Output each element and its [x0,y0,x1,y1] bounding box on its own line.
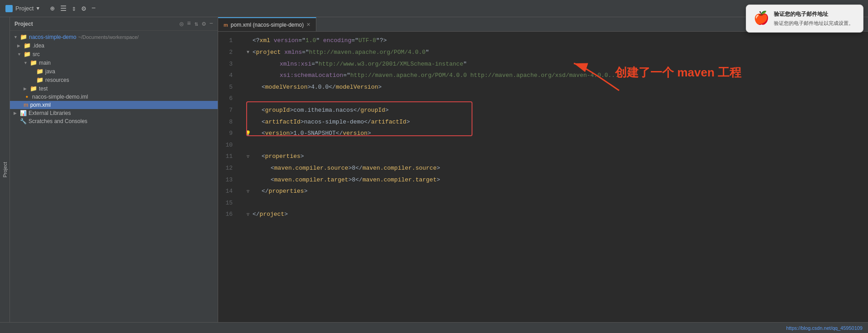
tree-item-java[interactable]: 📁 java [10,67,218,76]
code-content[interactable]: <?xml version="1.0" encoding="UTF-8"?> ▼… [240,32,868,322]
line-num-13: 13 [218,174,236,186]
code-line-8: <artifactId>nacos-simple-demo</artifactI… [243,116,868,128]
tree-item-root[interactable]: ▼ 📁 nacos-simple-demo ~/Documents/worker… [10,33,218,41]
title-bar: Project ▼ ⊕ ☰ ⇕ ⚙ − [0,0,868,17]
scratch-icon: 🔧 [20,118,27,124]
line-num-5: 5 [218,81,236,93]
code-line-4: xsi:schemaLocation="http://maven.apache.… [243,70,868,82]
project-tab-label[interactable]: Project [0,17,10,322]
code-line-14: ▽ </properties> [243,186,868,198]
folder-main-icon: 📁 [30,59,37,66]
line-num-2: 2 [218,47,236,59]
tab-pom-icon: m [224,22,228,28]
tab-close-icon[interactable]: ✕ [306,22,310,28]
folder-test-icon: 📁 [30,85,37,92]
expand-all-icon[interactable]: ⇅ [195,20,198,28]
arrow-main: ▼ [24,61,28,65]
apple-icon: 🍎 [754,10,769,26]
notification-content: 验证您的电子邮件地址 验证您的电子邮件地址以完成设置。 [774,10,854,27]
sidebar-header-icons: ◎ ≡ ⇅ ⚙ − [180,20,213,28]
tree-item-iml[interactable]: 🔸 nacos-simple-demo.iml [10,93,218,101]
code-line-15 [243,197,868,209]
line-num-7: 7 [218,105,236,117]
arrow-src: ▼ [17,52,22,57]
code-line-9: 💡 <version>1.0-SNAPSHOT</version> [243,128,868,140]
locate-icon[interactable]: ◎ [180,20,183,28]
code-line-12: <maven.compiler.source>8</maven.compiler… [243,163,868,175]
footer-link[interactable]: https://blog.csdn.net/qq_45950109 [786,325,863,331]
footer: https://blog.csdn.net/qq_45950109 [0,322,868,333]
line-num-1: 1 [218,35,236,47]
code-line-16: ▽ </project> [243,209,868,221]
notification-popup: 🍎 验证您的电子邮件地址 验证您的电子邮件地址以完成设置。 [746,5,863,33]
root-path: ~/Documents/workerspace/ [78,34,139,40]
label-resources: resources [45,77,69,83]
line-numbers: 1 2 3 4 5 6 7 8 9 10 11 12 13 14 15 16 [218,32,240,322]
minimize-icon[interactable]: − [91,5,96,13]
code-line-7: <groupId>com.itheima.nacos</groupId> [243,105,868,117]
project-icon [5,5,13,12]
file-tree: ▼ 📁 nacos-simple-demo ~/Documents/worker… [10,31,218,322]
line-num-3: 3 [218,58,236,70]
code-line-5: <modelVersion>4.0.0</modelVersion> [243,81,868,93]
line-num-16: 16 [218,209,236,221]
settings-sidebar-icon[interactable]: ⚙ [202,20,205,28]
expand-icon[interactable]: ⇕ [72,4,76,13]
code-editor: 1 2 3 4 5 6 7 8 9 10 11 12 13 14 15 16 [218,32,868,322]
sync-icon[interactable]: ⊕ [50,4,55,13]
tree-item-resources[interactable]: 📁 resources [10,76,218,84]
folder-java-icon: 📁 [36,68,43,75]
code-line-13: <maven.compiler.target>8</maven.compiler… [243,174,868,186]
editor-area: m pom.xml (nacos-simple-demo) ✕ 1 2 3 4 … [218,17,868,322]
arrow-ext-lib: ▶ [14,111,18,115]
close-sidebar-icon[interactable]: − [210,20,213,28]
tree-item-scratches[interactable]: 🔧 Scratches and Consoles [10,117,218,125]
line-num-9: 9 [218,128,236,140]
iml-icon: 🔸 [24,94,30,100]
folder-src-icon: 📁 [24,51,31,57]
code-line-10 [243,139,868,151]
tab-pom[interactable]: m pom.xml (nacos-simple-demo) ✕ [218,17,316,31]
sidebar-title: Project [14,21,176,27]
code-line-11: ▽ <properties> [243,151,868,163]
tree-item-pom[interactable]: m pom.xml [10,101,218,109]
tree-item-src[interactable]: ▼ 📁 src [10,50,218,58]
label-scratches: Scratches and Consoles [29,118,87,124]
settings-icon[interactable]: ⚙ [81,4,86,13]
notification-title: 验证您的电子邮件地址 [774,10,854,18]
title-bar-icons: ⊕ ☰ ⇕ ⚙ − [50,4,96,13]
sidebar: Project ◎ ≡ ⇅ ⚙ − ▼ 📁 nacos-simple-demo … [10,17,218,322]
arrow-root: ▼ [14,35,18,39]
label-ext-lib: External Libraries [29,110,71,116]
main-layout: Project Project ◎ ≡ ⇅ ⚙ − ▼ 📁 nacos-simp… [0,17,868,322]
label-main: main [39,60,51,66]
code-line-6 [243,93,868,105]
line-num-10: 10 [218,139,236,151]
ext-lib-icon: 📊 [20,110,27,116]
collapse-all-icon[interactable]: ≡ [187,20,191,28]
label-root: nacos-simple-demo [29,34,76,40]
code-line-2: ▼ <project xmlns="http://maven.apache.or… [243,47,868,59]
tree-item-ext-lib[interactable]: ▶ 📊 External Libraries [10,109,218,117]
collapse-icon[interactable]: ☰ [60,4,67,13]
pom-icon: m [24,102,29,108]
label-pom: pom.xml [30,102,51,108]
line-num-4: 4 [218,70,236,82]
tree-item-main[interactable]: ▼ 📁 main [10,58,218,67]
line-num-11: 11 [218,151,236,163]
project-title: Project [15,5,33,12]
arrow-idea: ▶ [17,43,22,48]
sidebar-header: Project ◎ ≡ ⇅ ⚙ − [10,17,218,31]
code-line-3: xmlns:xsi="http://www.w3.org/2001/XMLSch… [243,58,868,70]
project-dropdown-icon[interactable]: ▼ [36,6,39,11]
project-tab-text: Project [2,162,8,177]
line-num-15: 15 [218,197,236,209]
title-bar-left: Project ▼ [5,5,39,12]
tree-item-idea[interactable]: ▶ 📁 .idea [10,41,218,50]
svg-rect-1 [7,7,9,9]
code-line-1: <?xml version="1.0" encoding="UTF-8"?> [243,35,868,47]
tree-item-test[interactable]: ▶ 📁 test [10,84,218,93]
folder-resources-icon: 📁 [36,76,43,83]
folder-idea-icon: 📁 [24,42,31,49]
tab-pom-label: pom.xml (nacos-simple-demo) [231,22,304,28]
